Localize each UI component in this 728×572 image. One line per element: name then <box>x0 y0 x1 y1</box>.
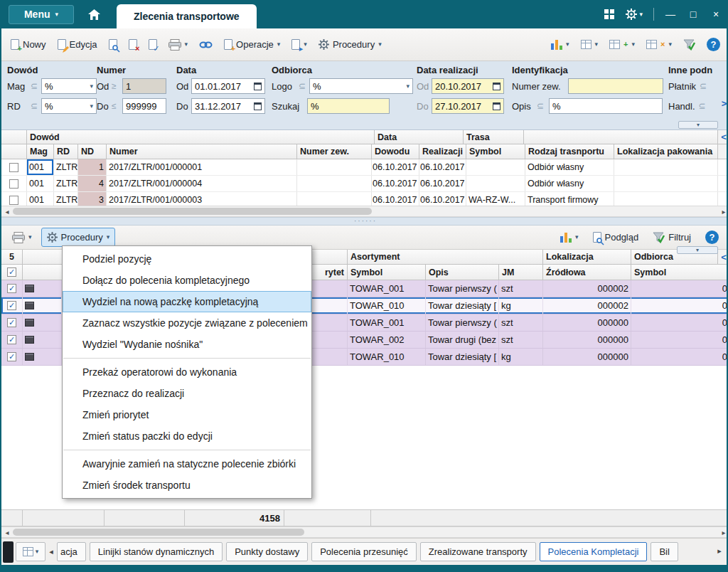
bottom-tab[interactable]: Bil <box>651 542 678 561</box>
confirm-document-button[interactable]: ✓ <box>144 36 162 53</box>
layout-button[interactable]: ▾ <box>576 36 604 53</box>
minimize-button[interactable]: — <box>661 5 680 23</box>
help-button[interactable]: ? <box>702 34 725 55</box>
group-header-trasa[interactable]: Trasa <box>464 130 524 144</box>
link-button[interactable] <box>194 37 218 53</box>
rd-select[interactable]: % ▾ <box>41 98 97 114</box>
find-document-button[interactable] <box>104 36 122 53</box>
scrollbar-thumb[interactable] <box>13 208 372 215</box>
window-tab[interactable]: Zlecenia transportowe <box>117 4 257 28</box>
row-checkbox[interactable]: ✓ <box>7 352 16 361</box>
operations-button[interactable]: + Operacje ▾ <box>219 36 285 53</box>
panel-splitter[interactable]: ······ <box>1 217 728 226</box>
tabs-scroll-left-button[interactable]: ◂ <box>46 547 57 556</box>
mag-select[interactable]: % ▾ <box>41 78 97 94</box>
table-add-button[interactable]: + ▾ <box>604 36 640 53</box>
column-header-rodzaj[interactable]: Rodzaj trasnportu <box>525 144 614 159</box>
column-header-zrodlowa[interactable]: Źródłowa <box>543 265 631 280</box>
quick-filter-button[interactable]: ▾ <box>16 542 46 561</box>
scroll-left-icon[interactable]: ◂ <box>1 529 13 536</box>
bottom-tab[interactable]: Polecenia przesunięć <box>311 542 417 561</box>
table-filter-button[interactable]: × ▾ <box>641 36 677 53</box>
column-header-priorytet[interactable]: rytet <box>312 265 348 280</box>
help-button[interactable]: ? <box>700 227 724 248</box>
row-checkbox[interactable]: ✓ <box>7 335 16 344</box>
bottom-tab[interactable]: Zrealizowane transporty <box>420 542 536 561</box>
scroll-right-icon[interactable]: ▸ <box>718 529 728 536</box>
delete-document-button[interactable]: × <box>124 36 142 53</box>
calendar-icon[interactable] <box>254 83 262 90</box>
logo-select[interactable]: % ▾ <box>309 78 413 94</box>
grid-scroll-left-button[interactable]: < <box>718 250 728 265</box>
numer-od-input[interactable]: 1 <box>122 78 166 94</box>
column-header-mag[interactable]: Mag <box>27 144 54 159</box>
calendar-icon[interactable] <box>254 102 262 110</box>
menu-item[interactable]: Awaryjnie zamień na statyczne polecenie … <box>63 453 311 475</box>
row-checkbox[interactable] <box>9 179 18 189</box>
upper-grid-hscrollbar[interactable]: ◂ ▸ <box>1 206 728 217</box>
settings-button[interactable]: ▾ <box>622 5 646 23</box>
scroll-right-icon[interactable]: ▸ <box>718 208 728 216</box>
transfer-button[interactable]: ▸ ▾ <box>287 36 312 53</box>
calendar-icon[interactable] <box>493 102 500 110</box>
new-button[interactable]: + Nowy <box>6 36 51 53</box>
table-row[interactable]: 001 ZLTR 1 2017/ZLTR/001/000001 06.10.20… <box>1 159 728 176</box>
row-checkbox[interactable]: ✓ <box>7 284 16 293</box>
docked-panel-button[interactable] <box>3 541 14 563</box>
print-button[interactable]: ▾ <box>7 228 37 247</box>
menu-item[interactable]: Przekaż operatorowi do wykonania <box>63 361 311 383</box>
preview-button[interactable]: Podgląd <box>588 228 644 246</box>
scrollbar-thumb[interactable] <box>13 529 304 536</box>
menu-item[interactable]: Podziel pozycję <box>63 248 311 270</box>
numer-do-input[interactable]: 999999 <box>122 98 166 114</box>
select-all-checkbox[interactable]: ✓ <box>7 268 16 277</box>
column-header-odb-symbol[interactable]: Symbol <box>631 265 728 280</box>
column-header-opis[interactable]: Opis <box>426 265 499 280</box>
grid-scroll-left-button[interactable]: < <box>718 130 728 144</box>
table-row[interactable]: 001 ZLTR 3 2017/ZLTR/001/000003 06.10.20… <box>1 192 728 206</box>
data-do-input[interactable]: 31.12.2017 <box>191 98 265 114</box>
procedures-button[interactable]: Procedury ▾ <box>41 228 116 247</box>
group-header-lokalizacja[interactable]: Lokalizacja <box>543 250 631 265</box>
filter-apply-button[interactable] <box>678 36 700 54</box>
table-row[interactable]: 001 ZLTR 4 2017/ZLTR/001/000004 06.10.20… <box>1 176 728 192</box>
column-header-dowodu[interactable]: Dowodu <box>372 144 419 159</box>
column-header-symbol[interactable]: Symbol <box>466 144 525 159</box>
group-header-dowod[interactable]: Dowód <box>27 130 375 144</box>
menu-item[interactable]: Zmień środek transportu <box>63 475 311 496</box>
numer-zew-input[interactable] <box>568 78 663 94</box>
menu-item[interactable]: Dołącz do polecenia kompletacyjnego <box>63 270 311 291</box>
mag-cell[interactable]: 001 <box>27 159 54 175</box>
print-button[interactable]: ▾ <box>164 36 193 54</box>
edit-button[interactable]: Edycja <box>53 36 102 53</box>
lower-grid-hscrollbar[interactable]: ◂ ▸ <box>1 526 728 538</box>
select-column-header[interactable] <box>1 144 27 159</box>
opis-input[interactable]: % <box>549 98 663 114</box>
apps-grid-button[interactable] <box>601 5 618 23</box>
chart-view-button[interactable]: ▾ <box>555 228 584 246</box>
scroll-left-icon[interactable]: ◂ <box>1 208 13 216</box>
real-od-input[interactable]: 20.10.2017 <box>432 78 504 94</box>
tabs-scroll-right-button[interactable]: ▸ <box>714 546 725 556</box>
calendar-icon[interactable] <box>493 83 500 90</box>
menu-item[interactable]: Zaznacz wszystkie pozycje związane z pol… <box>63 312 311 334</box>
column-header-realizacji[interactable]: Realizacji <box>419 144 466 159</box>
home-button[interactable] <box>81 5 107 24</box>
select-all-header[interactable]: ✓ <box>1 265 23 280</box>
bottom-tab[interactable]: Punkty dostawy <box>226 542 308 561</box>
column-header-jm[interactable]: JM <box>499 265 543 280</box>
real-do-input[interactable]: 27.10.2017 <box>432 98 504 114</box>
menu-item[interactable]: Przeznacz do realizacji <box>63 383 311 404</box>
szukaj-input[interactable]: % <box>307 98 390 114</box>
close-button[interactable]: × <box>707 5 725 23</box>
column-header-rd[interactable]: RD <box>54 144 78 159</box>
bottom-tab-active[interactable]: Polecenia Kompletacji <box>540 542 648 561</box>
lower-filter-collapse-button[interactable]: ▾ <box>677 246 718 254</box>
row-checkbox[interactable] <box>9 196 18 205</box>
data-od-input[interactable]: 01.01.2017 <box>191 78 265 94</box>
menu-item[interactable]: Wydziel "Wydanie nośnika" <box>63 334 311 355</box>
column-header-numer[interactable]: Numer <box>107 144 297 159</box>
group-header-data[interactable]: Data <box>375 130 464 144</box>
row-checkbox[interactable] <box>9 163 18 172</box>
column-header-numer-zew[interactable]: Numer zew. <box>297 144 372 159</box>
